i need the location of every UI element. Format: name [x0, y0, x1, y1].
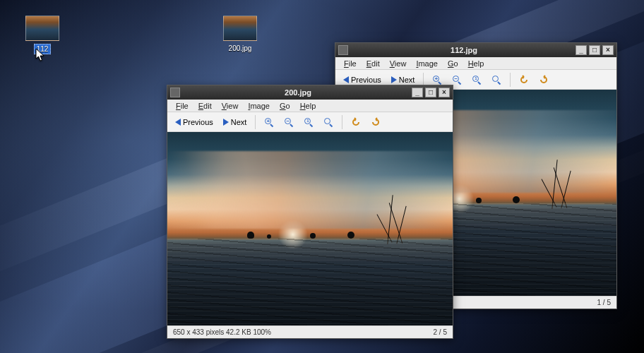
- menu-edit[interactable]: Edit: [194, 102, 216, 110]
- thumbnail-image: [223, 16, 257, 41]
- menu-view[interactable]: View: [386, 59, 411, 68]
- arrow-left-icon: [343, 76, 349, 83]
- app-icon: [170, 88, 180, 97]
- menu-edit[interactable]: Edit: [362, 59, 384, 68]
- rotate-right-button[interactable]: [535, 73, 552, 86]
- next-button[interactable]: Next: [388, 74, 419, 85]
- image-viewer-window-front[interactable]: 200.jpg _ □ × File Edit View Image Go He…: [167, 85, 453, 339]
- desktop-icon-112[interactable]: 112: [14, 16, 71, 54]
- close-button[interactable]: ×: [439, 88, 450, 97]
- thumbnail-image: [25, 16, 59, 41]
- zoom-in-button[interactable]: +: [429, 73, 446, 86]
- zoom-fit-button[interactable]: [488, 73, 505, 86]
- previous-button[interactable]: Previous: [340, 74, 385, 85]
- minimize-button[interactable]: _: [576, 45, 587, 55]
- image-viewport[interactable]: [167, 132, 453, 325]
- rotate-right-icon: [539, 75, 549, 85]
- status-right: 1 / 5: [597, 299, 611, 306]
- titlebar[interactable]: 200.jpg _ □ ×: [167, 85, 453, 100]
- zoom-out-icon: −: [452, 75, 462, 85]
- next-label: Next: [399, 76, 415, 84]
- previous-label: Previous: [183, 118, 213, 126]
- menu-go[interactable]: Go: [443, 59, 463, 68]
- desktop-icon-200[interactable]: 200.jpg: [212, 16, 268, 53]
- statusbar: 650 x 433 pixels 42.2 KB 100% 2 / 5: [167, 325, 453, 338]
- toolbar: Previous Next + − 1: [167, 112, 453, 132]
- zoom-in-icon: +: [432, 75, 442, 85]
- arrow-left-icon: [175, 119, 181, 126]
- status-right: 2 / 5: [434, 328, 447, 336]
- zoom-100-button[interactable]: 1: [300, 116, 317, 128]
- next-label: Next: [231, 118, 247, 126]
- zoom-out-icon: −: [284, 117, 294, 127]
- previous-button[interactable]: Previous: [172, 116, 217, 128]
- desktop[interactable]: 112 200.jpg 112.jpg _ □ × File Edit View…: [0, 0, 644, 353]
- zoom-in-icon: +: [264, 117, 274, 127]
- maximize-button[interactable]: □: [425, 88, 436, 97]
- titlebar[interactable]: 112.jpg _ □ ×: [335, 43, 616, 57]
- menu-image[interactable]: Image: [244, 102, 274, 110]
- zoom-in-button[interactable]: +: [261, 116, 278, 128]
- arrow-right-icon: [391, 76, 397, 83]
- zoom-100-icon: 1: [472, 75, 482, 85]
- menubar: File Edit View Image Go Help: [335, 57, 616, 70]
- rotate-right-button[interactable]: [367, 116, 384, 128]
- window-title: 200.jpg: [184, 88, 412, 97]
- menu-file[interactable]: File: [340, 59, 361, 68]
- zoom-100-button[interactable]: 1: [468, 73, 485, 86]
- maximize-button[interactable]: □: [589, 45, 600, 55]
- zoom-fit-icon: [323, 117, 333, 127]
- rotate-left-icon: [351, 117, 361, 127]
- arrow-right-icon: [223, 119, 229, 126]
- zoom-out-button[interactable]: −: [280, 116, 297, 128]
- displayed-image: [167, 132, 453, 325]
- menu-help[interactable]: Help: [464, 59, 489, 68]
- menu-file[interactable]: File: [172, 102, 193, 110]
- menu-image[interactable]: Image: [412, 59, 442, 68]
- rotate-left-icon: [519, 75, 529, 85]
- rotate-left-button[interactable]: [347, 116, 364, 128]
- desktop-icon-label: 112: [34, 44, 52, 54]
- desktop-icon-label: 200.jpg: [227, 44, 254, 53]
- minimize-button[interactable]: _: [412, 88, 423, 97]
- menubar: File Edit View Image Go Help: [167, 100, 453, 112]
- close-button[interactable]: ×: [602, 45, 614, 55]
- window-title: 112.jpg: [352, 46, 576, 54]
- status-left: 650 x 433 pixels 42.2 KB 100%: [173, 328, 271, 336]
- menu-view[interactable]: View: [217, 102, 243, 110]
- previous-label: Previous: [351, 76, 381, 84]
- menu-go[interactable]: Go: [275, 102, 294, 110]
- zoom-100-icon: 1: [304, 117, 314, 127]
- zoom-fit-button[interactable]: [320, 116, 337, 128]
- zoom-fit-icon: [491, 75, 501, 85]
- next-button[interactable]: Next: [220, 116, 251, 128]
- app-icon: [338, 45, 348, 55]
- rotate-right-icon: [371, 117, 381, 127]
- zoom-out-button[interactable]: −: [448, 73, 465, 86]
- menu-help[interactable]: Help: [296, 102, 321, 110]
- rotate-left-button[interactable]: [515, 73, 532, 86]
